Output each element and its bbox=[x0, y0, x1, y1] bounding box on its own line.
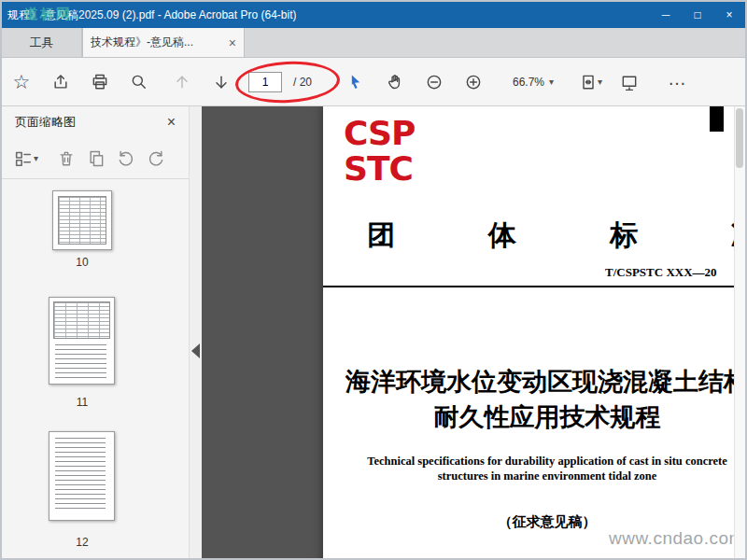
tab-close-icon[interactable]: × bbox=[229, 36, 236, 49]
rotate-right-button[interactable] bbox=[147, 149, 165, 168]
thumbnail-preview bbox=[55, 344, 106, 378]
insert-pages-button[interactable] bbox=[87, 149, 106, 168]
panel-close-icon[interactable]: × bbox=[167, 114, 176, 131]
fit-width-button[interactable] bbox=[610, 65, 649, 99]
zoom-out-button[interactable] bbox=[415, 65, 454, 99]
delete-pages-button[interactable] bbox=[57, 149, 76, 168]
fit-width-icon bbox=[620, 73, 639, 91]
document-title-line2: 耐久性应用技术规程 bbox=[323, 399, 745, 435]
english-subtitle: Technical specifications for durability … bbox=[323, 454, 745, 483]
zoom-in-button[interactable] bbox=[454, 65, 493, 99]
search-button[interactable] bbox=[120, 65, 159, 99]
page-thumbnail-10[interactable] bbox=[52, 190, 112, 250]
more-tools-button[interactable]: … bbox=[658, 65, 698, 99]
panel-collapse-button[interactable] bbox=[191, 343, 200, 358]
thumbnail-options-button[interactable]: ▾ bbox=[13, 148, 38, 169]
english-subtitle-line2: structures in marine environment tidal z… bbox=[323, 469, 745, 483]
site-watermark: www.cndao.com bbox=[609, 528, 744, 549]
panel-title: 页面缩略图 bbox=[15, 114, 76, 131]
panel-header: 页面缩略图 × bbox=[2, 106, 189, 138]
minus-circle-icon bbox=[425, 73, 444, 91]
page-number-input[interactable] bbox=[248, 72, 282, 92]
document-area: CSP STC 团 体 标 准 T/CSPSTC XXX—20 海洋环境水位变动… bbox=[202, 106, 745, 558]
english-subtitle-line1: Technical specifications for durability … bbox=[323, 454, 745, 469]
share-button[interactable] bbox=[41, 65, 80, 99]
category-char: 体 bbox=[488, 217, 516, 255]
printer-icon bbox=[91, 73, 109, 91]
page-count-label: / 20 bbox=[286, 76, 319, 89]
acrobat-window: 规程》-意见稿2025.09 (2).pdf - Adobe Acrobat P… bbox=[0, 0, 747, 560]
category-char: 标 bbox=[610, 217, 638, 255]
thumbnail-label: 10 bbox=[52, 256, 112, 269]
select-tool-button[interactable] bbox=[336, 65, 375, 99]
next-page-button[interactable] bbox=[202, 65, 241, 99]
favorites-button[interactable]: ☆ bbox=[2, 65, 41, 99]
hand-icon bbox=[386, 73, 404, 91]
maximize-button[interactable]: □ bbox=[682, 2, 713, 28]
cspstc-logo: CSP STC bbox=[344, 116, 430, 190]
page-thumbnail-12[interactable] bbox=[49, 431, 115, 521]
thumbnail-preview bbox=[53, 301, 110, 339]
window-controls: ─ □ × bbox=[650, 2, 745, 28]
thumbnail-preview bbox=[55, 438, 106, 512]
arrow-up-icon bbox=[173, 73, 191, 91]
main-area: 页面缩略图 × ▾ bbox=[2, 106, 745, 558]
thumbnail-label: 11 bbox=[52, 396, 112, 409]
site-watermark-title: 道标网 bbox=[24, 6, 72, 23]
search-icon bbox=[130, 73, 148, 91]
arrow-down-icon bbox=[212, 73, 231, 91]
tab-document[interactable]: 技术规程》-意见稿... × bbox=[82, 28, 245, 57]
caret-down-icon: ▾ bbox=[549, 77, 554, 87]
caret-down-icon: ▾ bbox=[34, 154, 38, 163]
logo-line1: CSP bbox=[344, 116, 430, 151]
thumbnail-list: 10 11 12 bbox=[2, 179, 189, 558]
tabbar: 工具 技术规程》-意见稿... × bbox=[2, 28, 745, 58]
zoom-level-dropdown[interactable]: 66.7% ▾ bbox=[502, 70, 564, 94]
share-icon bbox=[51, 73, 70, 91]
page-fit-icon bbox=[579, 73, 598, 91]
insert-page-icon bbox=[87, 149, 106, 168]
horizontal-rule bbox=[323, 286, 745, 287]
toolbar: ☆ / 20 66.7% ▾ bbox=[2, 58, 745, 106]
logo-line2: STC bbox=[344, 151, 430, 187]
thumbnail-label: 12 bbox=[52, 536, 112, 549]
options-grid-icon bbox=[13, 148, 34, 169]
page-thumbnail-11[interactable] bbox=[49, 297, 115, 385]
tab-tools[interactable]: 工具 bbox=[2, 28, 82, 57]
standard-code: T/CSPSTC XXX—20 bbox=[605, 265, 717, 280]
plus-circle-icon bbox=[464, 73, 483, 91]
document-title-line1: 海洋环境水位变动区现浇混凝土结构 bbox=[323, 364, 745, 399]
panel-scrollbar[interactable] bbox=[189, 106, 202, 558]
titlebar: 规程》-意见稿2025.09 (2).pdf - Adobe Acrobat P… bbox=[2, 2, 745, 28]
document-scrollbar[interactable] bbox=[734, 106, 745, 558]
trash-icon bbox=[57, 149, 76, 168]
scrollbar-thumb[interactable] bbox=[736, 108, 743, 168]
panel-toolbar: ▾ bbox=[2, 138, 189, 179]
rotate-left-button[interactable] bbox=[117, 149, 135, 168]
tab-document-label: 技术规程》-意见稿... bbox=[91, 35, 223, 50]
hand-tool-button[interactable] bbox=[375, 65, 415, 99]
page-corner-mark bbox=[710, 106, 724, 132]
ellipsis-icon: … bbox=[668, 75, 688, 90]
star-icon: ☆ bbox=[13, 72, 31, 91]
close-button[interactable]: × bbox=[713, 2, 745, 28]
pointer-icon bbox=[346, 73, 365, 91]
caret-down-icon: ▾ bbox=[598, 77, 602, 87]
page-thumbnails-panel: 页面缩略图 × ▾ bbox=[2, 106, 202, 558]
rotate-left-icon bbox=[117, 149, 135, 168]
zoom-level-value: 66.7% bbox=[513, 76, 544, 89]
pdf-page: CSP STC 团 体 标 准 T/CSPSTC XXX—20 海洋环境水位变动… bbox=[323, 106, 745, 558]
category-char: 团 bbox=[367, 217, 395, 255]
thumbnail-preview bbox=[58, 196, 106, 245]
page-display-dropdown[interactable]: ▾ bbox=[579, 73, 602, 91]
rotate-right-icon bbox=[147, 149, 165, 168]
document-title: 海洋环境水位变动区现浇混凝土结构 耐久性应用技术规程 bbox=[323, 364, 745, 435]
standard-category: 团 体 标 准 bbox=[367, 217, 745, 255]
previous-page-button[interactable] bbox=[162, 65, 202, 99]
print-button[interactable] bbox=[80, 65, 120, 99]
minimize-button[interactable]: ─ bbox=[650, 2, 682, 28]
